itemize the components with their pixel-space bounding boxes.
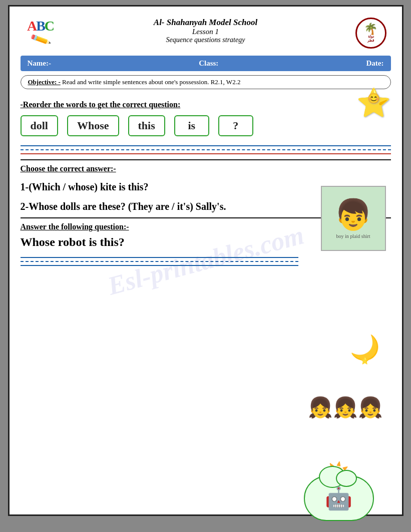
robot-area: 🤖: [304, 476, 384, 532]
logo-right: 🌴 دولةقطر: [351, 16, 391, 51]
objective-label: Objective: -: [28, 78, 61, 86]
line-red-solid: [21, 153, 391, 154]
divider-1: [21, 159, 391, 160]
header-center: Al- Shahanyah Model School Lesson 1 Sequ…: [61, 16, 351, 44]
main-content: -Reorder the words to get the correct qu…: [21, 100, 391, 266]
moon-decoration: 🌙 ⭐: [350, 336, 380, 365]
boy-photo: 👦 boy in plaid shirt: [321, 186, 386, 251]
answer-line-blue-solid: [21, 257, 298, 258]
cloud-shape: 🤖: [304, 476, 374, 521]
info-bar: Name:- Class: Date:: [21, 56, 391, 71]
line-blue-dashed: [21, 149, 391, 150]
name-label: Name:-: [28, 59, 51, 68]
word-box-whose: Whose: [67, 115, 119, 136]
word-box-is: is: [174, 115, 209, 136]
word-box-question: ?: [218, 115, 253, 136]
word-boxes-row: doll Whose this is ?: [21, 115, 391, 136]
worksheet-page: Esl-printables.com ABC ✏️ Al- Shahanyah …: [8, 5, 403, 516]
answer-line-blue-solid-2: [21, 265, 298, 266]
strategy-label: Sequence questions strategy: [61, 36, 351, 44]
section2-heading: Choose the correct answer:-: [21, 164, 391, 173]
answer-line-blue-dashed: [21, 261, 298, 262]
class-label: Class:: [199, 59, 218, 68]
school-name: Al- Shahanyah Model School: [61, 18, 351, 28]
objective-text: Read and write simple sentences about on…: [61, 78, 241, 86]
section1-heading: -Reorder the words to get the correct qu…: [21, 100, 391, 109]
objective-box: Objective: - Read and write simple sente…: [21, 75, 391, 89]
header: ABC ✏️ Al- Shahanyah Model School Lesson…: [21, 16, 391, 51]
date-label: Date:: [366, 59, 384, 68]
lesson-label: Lesson 1: [61, 28, 351, 36]
logo-left: ABC ✏️: [21, 16, 61, 51]
answer-lines: [21, 257, 298, 266]
dolls-decoration: 👧👧👧: [308, 396, 383, 419]
word-box-doll: doll: [21, 115, 58, 136]
writing-lines-1: [21, 145, 391, 154]
line-blue-solid: [21, 145, 391, 146]
word-box-this: this: [128, 115, 165, 136]
